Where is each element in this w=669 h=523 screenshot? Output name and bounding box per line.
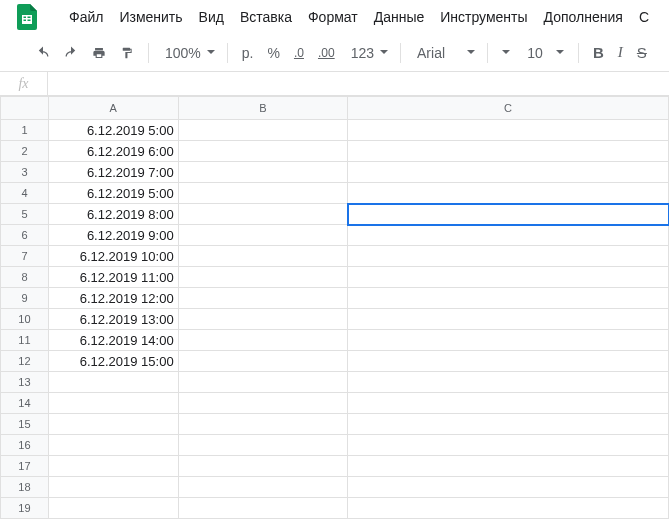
cell-C14[interactable] — [348, 393, 669, 414]
row-header[interactable]: 2 — [1, 141, 49, 162]
paint-format-button[interactable] — [114, 40, 140, 66]
cell-B12[interactable] — [178, 351, 347, 372]
menu-data[interactable]: Данные — [367, 5, 432, 29]
cell-C4[interactable] — [348, 183, 669, 204]
menu-tools[interactable]: Инструменты — [433, 5, 534, 29]
menu-edit[interactable]: Изменить — [112, 5, 189, 29]
row-header[interactable]: 18 — [1, 477, 49, 498]
menu-format[interactable]: Формат — [301, 5, 365, 29]
font-combo[interactable]: Arial — [409, 41, 479, 65]
cell-A7[interactable]: 6.12.2019 10:00 — [48, 246, 178, 267]
row-header[interactable]: 6 — [1, 225, 49, 246]
cell-B18[interactable] — [178, 477, 347, 498]
cell-C2[interactable] — [348, 141, 669, 162]
cell-C12[interactable] — [348, 351, 669, 372]
formula-input[interactable] — [48, 72, 669, 95]
cell-C7[interactable] — [348, 246, 669, 267]
row-header[interactable]: 1 — [1, 120, 49, 141]
row-header[interactable]: 17 — [1, 456, 49, 477]
cell-A18[interactable] — [48, 477, 178, 498]
cell-B13[interactable] — [178, 372, 347, 393]
cell-B3[interactable] — [178, 162, 347, 183]
percent-button[interactable]: % — [262, 45, 286, 61]
cell-A6[interactable]: 6.12.2019 9:00 — [48, 225, 178, 246]
cell-B10[interactable] — [178, 309, 347, 330]
row-header[interactable]: 11 — [1, 330, 49, 351]
menu-addons[interactable]: Дополнения — [537, 5, 630, 29]
print-button[interactable] — [86, 40, 112, 66]
sheets-logo-icon[interactable] — [16, 3, 38, 31]
cell-C3[interactable] — [348, 162, 669, 183]
row-header[interactable]: 19 — [1, 498, 49, 519]
redo-button[interactable] — [58, 40, 84, 66]
cell-A3[interactable]: 6.12.2019 7:00 — [48, 162, 178, 183]
cell-B8[interactable] — [178, 267, 347, 288]
cell-A10[interactable]: 6.12.2019 13:00 — [48, 309, 178, 330]
row-header[interactable]: 4 — [1, 183, 49, 204]
cell-B9[interactable] — [178, 288, 347, 309]
row-header[interactable]: 10 — [1, 309, 49, 330]
cell-B4[interactable] — [178, 183, 347, 204]
cell-C6[interactable] — [348, 225, 669, 246]
menu-file[interactable]: Файл — [62, 5, 110, 29]
bold-button[interactable]: B — [587, 44, 610, 61]
column-header-B[interactable]: B — [178, 97, 347, 120]
cell-B7[interactable] — [178, 246, 347, 267]
cell-A15[interactable] — [48, 414, 178, 435]
row-header[interactable]: 8 — [1, 267, 49, 288]
cell-A13[interactable] — [48, 372, 178, 393]
zoom-combo[interactable]: 100% — [157, 41, 219, 65]
cell-C17[interactable] — [348, 456, 669, 477]
undo-button[interactable] — [30, 40, 56, 66]
increase-decimals-button[interactable]: .00 — [312, 46, 341, 60]
cell-B14[interactable] — [178, 393, 347, 414]
cell-C16[interactable] — [348, 435, 669, 456]
font-size-decrease[interactable] — [496, 50, 516, 55]
cell-C1[interactable] — [348, 120, 669, 141]
menu-insert[interactable]: Вставка — [233, 5, 299, 29]
row-header[interactable]: 9 — [1, 288, 49, 309]
cell-B5[interactable] — [178, 204, 347, 225]
cell-B1[interactable] — [178, 120, 347, 141]
cell-A2[interactable]: 6.12.2019 6:00 — [48, 141, 178, 162]
cell-A8[interactable]: 6.12.2019 11:00 — [48, 267, 178, 288]
cell-C8[interactable] — [348, 267, 669, 288]
cell-A1[interactable]: 6.12.2019 5:00 — [48, 120, 178, 141]
cell-B11[interactable] — [178, 330, 347, 351]
column-header-A[interactable]: A — [48, 97, 178, 120]
row-header[interactable]: 5 — [1, 204, 49, 225]
cell-B17[interactable] — [178, 456, 347, 477]
cell-C13[interactable] — [348, 372, 669, 393]
spreadsheet-grid[interactable]: A B C 16.12.2019 5:0026.12.2019 6:0036.1… — [0, 96, 669, 519]
row-header[interactable]: 3 — [1, 162, 49, 183]
row-header[interactable]: 14 — [1, 393, 49, 414]
menu-help[interactable]: С — [632, 5, 656, 29]
cell-C18[interactable] — [348, 477, 669, 498]
cell-A11[interactable]: 6.12.2019 14:00 — [48, 330, 178, 351]
cell-A9[interactable]: 6.12.2019 12:00 — [48, 288, 178, 309]
select-all-corner[interactable] — [1, 97, 49, 120]
currency-button[interactable]: р. — [236, 45, 260, 61]
cell-A17[interactable] — [48, 456, 178, 477]
cell-C19[interactable] — [348, 498, 669, 519]
cell-C9[interactable] — [348, 288, 669, 309]
row-header[interactable]: 15 — [1, 414, 49, 435]
row-header[interactable]: 13 — [1, 372, 49, 393]
cell-A5[interactable]: 6.12.2019 8:00 — [48, 204, 178, 225]
column-header-C[interactable]: C — [348, 97, 669, 120]
cell-A19[interactable] — [48, 498, 178, 519]
cell-C15[interactable] — [348, 414, 669, 435]
cell-C5[interactable] — [348, 204, 669, 225]
number-format-combo[interactable]: 123 — [343, 41, 392, 65]
italic-button[interactable]: I — [612, 44, 629, 61]
decrease-decimals-button[interactable]: .0 — [288, 46, 310, 60]
cell-B6[interactable] — [178, 225, 347, 246]
cell-B16[interactable] — [178, 435, 347, 456]
menu-view[interactable]: Вид — [192, 5, 231, 29]
cell-A12[interactable]: 6.12.2019 15:00 — [48, 351, 178, 372]
row-header[interactable]: 12 — [1, 351, 49, 372]
cell-C11[interactable] — [348, 330, 669, 351]
cell-A14[interactable] — [48, 393, 178, 414]
cell-A16[interactable] — [48, 435, 178, 456]
font-size-combo[interactable]: 10 — [518, 41, 548, 65]
